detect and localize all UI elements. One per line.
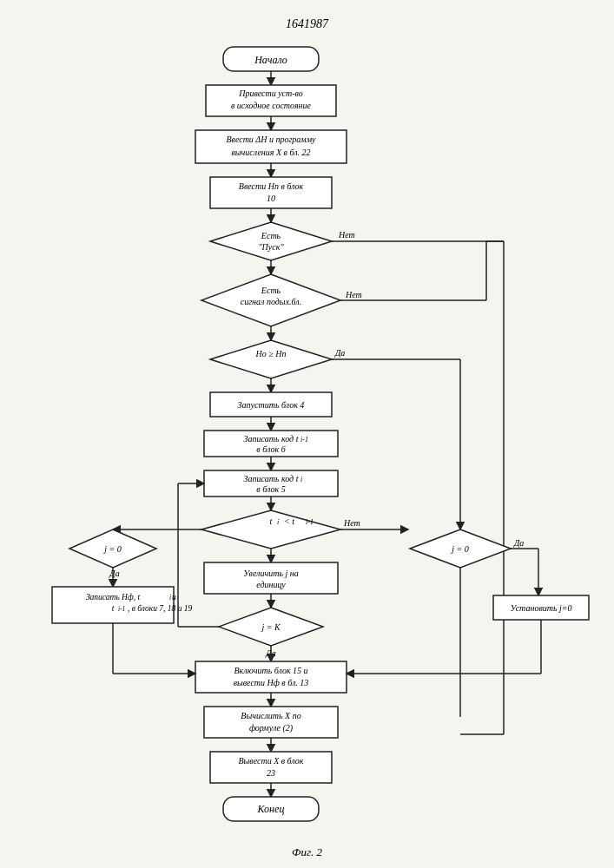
svg-text:единицу: единицу [256,580,286,589]
svg-text:Включить блок 15 и: Включить блок 15 и [234,666,307,675]
svg-text:Записать Нф, t: Записать Нф, t [86,593,141,602]
svg-text:Записать код t: Записать код t [244,474,299,483]
svg-text:"Пуск": "Пуск" [258,242,284,252]
flowchart-svg: Начало Привести уст-во в исходное состоя… [17,40,597,838]
svg-text:в блок 5: в блок 5 [256,484,285,494]
svg-text:Вычислить X по: Вычислить X по [241,711,300,720]
svg-text:j = К: j = К [260,622,281,632]
svg-text:и: и [172,593,176,602]
svg-text:Установить j=0: Установить j=0 [510,603,571,613]
svg-text:i-1: i-1 [306,518,314,526]
svg-text:i: i [169,594,171,602]
svg-text:Конец: Конец [257,803,285,815]
svg-text:вывести Нф в бл. 13: вывести Нф в бл. 13 [234,678,309,687]
svg-text:Привести уст-во: Привести уст-во [238,89,303,98]
svg-text:10: 10 [267,194,275,203]
svg-text:j = 0: j = 0 [450,544,469,554]
svg-text:i-1: i-1 [118,605,125,613]
svg-text:Нет: Нет [345,290,362,299]
svg-text:i: i [277,518,279,526]
svg-text:Записать код t: Записать код t [244,434,299,444]
svg-text:в исходное состояние: в исходное состояние [231,101,311,110]
svg-text:Нo ≥ Нп: Нo ≥ Нп [255,349,287,358]
svg-text:Запустить блок 4: Запустить блок 4 [238,400,305,410]
svg-text:Нет: Нет [338,230,355,240]
document-number: 1641987 [17,17,597,31]
svg-text:i: i [300,476,302,483]
svg-text:Вывести X в блок: Вывести X в блок [238,756,303,766]
svg-text:t: t [270,516,273,526]
svg-marker-16 [210,222,332,260]
svg-text:Да: Да [334,348,345,358]
svg-text:Нет: Нет [343,518,360,528]
svg-marker-31 [210,340,332,378]
svg-text:вычисления X в бл. 22: вычисления X в бл. 22 [231,148,310,157]
svg-text:Есть: Есть [261,286,281,295]
svg-text:Ввести Нп в блок: Ввести Нп в блок [239,181,304,191]
svg-text:< t: < t [284,516,294,526]
svg-text:сигнал подых.бл.: сигнал подых.бл. [241,297,301,306]
svg-text:Увеличить j на: Увеличить j на [243,569,298,578]
svg-text:j = 0: j = 0 [102,544,122,554]
svg-text:Да: Да [109,569,119,578]
svg-text:t: t [112,604,115,613]
svg-text:Ввести ΔН и программу: Ввести ΔН и программу [226,135,316,144]
svg-text:23: 23 [267,768,275,778]
svg-text:формуле (2): формуле (2) [249,723,294,733]
svg-text:в блок 6: в блок 6 [256,444,285,454]
page: 1641987 Начало Привести уст-во в исходно… [0,0,614,868]
svg-text:Начало: Начало [254,54,287,66]
svg-text:i-1: i-1 [300,436,308,444]
svg-text:, в блоки 7, 18 и 19: , в блоки 7, 18 и 19 [128,604,193,613]
svg-text:Есть: Есть [261,231,281,240]
svg-text:Да: Да [513,538,524,548]
figure-label: Фиг. 2 [17,845,597,859]
